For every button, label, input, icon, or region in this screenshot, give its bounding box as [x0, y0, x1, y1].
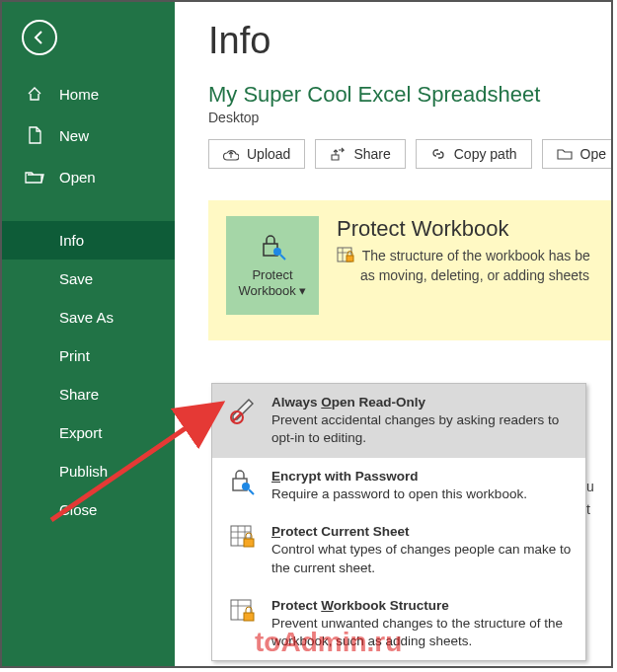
nav-label: Open [59, 169, 96, 186]
nav-label: Print [59, 347, 90, 364]
workbook-lock-icon [337, 246, 354, 263]
nav-publish[interactable]: Publish [2, 452, 175, 490]
dd-protect-workbook-structure[interactable]: Protect Workbook Structure Prevent unwan… [212, 587, 585, 661]
open-location-button[interactable]: Ope [542, 139, 611, 169]
lock-key-icon [226, 468, 260, 501]
btn-label: Upload [247, 146, 290, 162]
folder-icon [557, 147, 573, 161]
nav-close[interactable]: Close [2, 490, 175, 529]
nav-label: Info [59, 232, 84, 249]
back-button[interactable] [22, 20, 57, 55]
nav-open[interactable]: Open [2, 156, 175, 197]
dd-desc: Require a password to open this workbook… [271, 485, 527, 503]
nav-label: Save [59, 270, 93, 287]
nav-export[interactable]: Export [2, 413, 175, 452]
btn-line2: Workbook [239, 283, 296, 298]
nav-label: Save As [59, 309, 114, 326]
dropdown-caret-icon: ▾ [299, 283, 306, 298]
document-location: Desktop [208, 110, 611, 125]
nav-save[interactable]: Save [2, 260, 175, 298]
new-doc-icon [24, 125, 45, 145]
nav-save-as[interactable]: Save As [2, 298, 175, 336]
action-row: Upload Share Copy path Ope [208, 139, 611, 169]
link-icon [430, 146, 446, 162]
dd-protect-current-sheet[interactable]: Protect Current Sheet Control what types… [212, 513, 585, 587]
share-button[interactable]: Share [315, 139, 405, 169]
dd-encrypt-with-password[interactable]: Encrypt with Password Require a password… [212, 458, 585, 513]
protect-section-desc: The structure of the workbook has be as … [337, 246, 590, 285]
nav-home[interactable]: Home [2, 73, 175, 114]
nav-share[interactable]: Share [2, 375, 175, 413]
btn-label: Copy path [454, 146, 517, 162]
svg-point-6 [242, 483, 250, 490]
upload-icon [223, 146, 239, 162]
btn-line1: Protect [252, 267, 292, 282]
svg-point-1 [273, 248, 281, 256]
dd-desc: Prevent unwanted changes to the structur… [271, 615, 572, 650]
pencil-readonly-icon [226, 394, 260, 427]
nav-new[interactable]: New [2, 114, 175, 156]
protect-section-title: Protect Workbook [337, 216, 590, 242]
sheet-lock-icon [226, 523, 260, 557]
dd-desc: Prevent accidental changes by asking rea… [271, 411, 572, 447]
nav-label: Home [59, 86, 99, 103]
page-title: Info [208, 20, 611, 62]
nav-label: Close [59, 501, 97, 518]
dd-always-open-read-only[interactable]: Always Open Read-Only Prevent accidental… [212, 384, 585, 458]
share-icon [330, 146, 346, 162]
copy-path-button[interactable]: Copy path [416, 139, 532, 169]
home-icon [24, 84, 45, 104]
svg-rect-8 [244, 539, 254, 547]
document-title: My Super Cool Excel Spreadsheet [208, 82, 611, 108]
dd-title: Protect Workbook Structure [271, 597, 572, 615]
svg-rect-10 [244, 613, 254, 621]
nav-info[interactable]: Info [2, 221, 175, 260]
nav-label: Publish [59, 463, 108, 480]
folder-open-icon [24, 167, 45, 187]
nav-label: Export [59, 424, 102, 441]
btn-label: Ope [580, 146, 606, 162]
dd-desc: Control what types of changes people can… [271, 541, 572, 576]
workbook-lock-icon [226, 597, 260, 631]
arrow-left-icon [31, 29, 48, 46]
btn-label: Share [353, 146, 390, 162]
upload-button[interactable]: Upload [208, 139, 305, 169]
protect-workbook-button[interactable]: Protect Workbook ▾ [226, 216, 319, 315]
lock-key-icon [256, 232, 289, 261]
backstage-sidebar: Home New Open Info Save Save As Print [2, 2, 175, 666]
protect-workbook-dropdown: Always Open Read-Only Prevent accidental… [211, 383, 586, 661]
dd-title: Encrypt with Password [271, 468, 527, 485]
dd-title: Protect Current Sheet [271, 523, 572, 541]
dd-title: Always Open Read-Only [271, 394, 572, 411]
nav-label: New [59, 127, 89, 144]
nav-label: Share [59, 386, 99, 403]
protect-workbook-panel: Protect Workbook ▾ Protect Workbook [208, 200, 611, 340]
nav-print[interactable]: Print [2, 336, 175, 375]
svg-rect-3 [347, 256, 353, 261]
